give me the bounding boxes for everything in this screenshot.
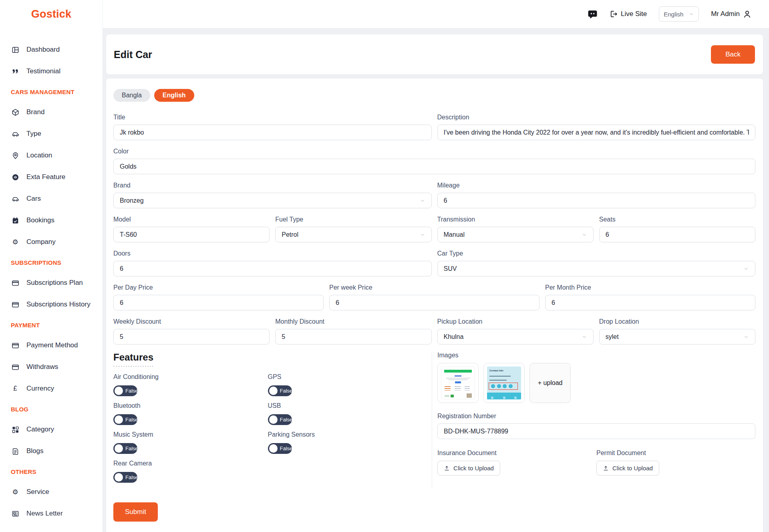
card-icon bbox=[11, 363, 20, 371]
model-input[interactable] bbox=[113, 227, 270, 242]
sidebar-item-label: Subscriptions Plan bbox=[26, 279, 83, 287]
sidebar-item-bookings[interactable]: Bookings bbox=[11, 210, 103, 231]
tab-bangla[interactable]: Bangla bbox=[113, 89, 150, 102]
pickup-location-value: Khulna bbox=[444, 333, 464, 341]
user-icon bbox=[743, 10, 751, 18]
pickup-location-label: Pickup Location bbox=[437, 318, 594, 325]
sidebar-item-label: Brand bbox=[26, 108, 44, 116]
map-pin-icon bbox=[11, 151, 20, 160]
feature-music-system: Music System False bbox=[113, 431, 268, 454]
sidebar-item-company[interactable]: ⚙ Company bbox=[11, 231, 103, 253]
color-input[interactable] bbox=[113, 159, 755, 174]
mileage-input[interactable] bbox=[437, 193, 756, 208]
car-image-thumbnail-2[interactable]: Contact Info bbox=[483, 363, 525, 403]
submit-button[interactable]: Submit bbox=[113, 502, 158, 522]
sidebar-item-label: Exta Feature bbox=[26, 173, 65, 181]
doors-label: Doors bbox=[113, 250, 432, 257]
transmission-select[interactable]: Manual bbox=[437, 227, 594, 242]
sidebar-item-category[interactable]: Category bbox=[11, 419, 103, 440]
features-column: Features Air Conditioning False GPS bbox=[113, 352, 432, 489]
weekly-discount-input[interactable] bbox=[113, 329, 270, 345]
live-site-link[interactable]: Live Site bbox=[610, 10, 647, 18]
brand-value: Bronzeg bbox=[120, 197, 144, 204]
card-icon bbox=[11, 341, 20, 350]
description-input[interactable] bbox=[437, 125, 756, 140]
per-month-price-input[interactable] bbox=[545, 295, 755, 310]
sidebar-item-currency[interactable]: £ Currency bbox=[11, 378, 103, 399]
app-logo[interactable]: Gostick bbox=[0, 0, 103, 20]
car-icon bbox=[11, 194, 20, 203]
sidebar-item-label: Subscriptions History bbox=[26, 300, 91, 308]
sidebar-item-location[interactable]: Location bbox=[11, 145, 103, 166]
permit-upload-button[interactable]: Click to Upload bbox=[596, 461, 659, 476]
mileage-label: Mileage bbox=[437, 182, 756, 189]
registration-number-label: Registration Number bbox=[437, 413, 755, 420]
parking-sensors-toggle[interactable]: False bbox=[268, 443, 292, 454]
sidebar-item-dashboard[interactable]: Dashboard bbox=[11, 39, 103, 60]
insurance-document-label: Insurance Document bbox=[437, 449, 596, 457]
car-type-select[interactable]: SUV bbox=[437, 261, 756, 276]
features-heading: Features bbox=[113, 352, 153, 367]
sidebar-item-subscriptions-history[interactable]: Subscriptions History bbox=[11, 294, 103, 315]
sidebar-item-service[interactable]: ⚙ Service bbox=[11, 481, 103, 503]
tab-english[interactable]: English bbox=[154, 89, 194, 102]
music-system-toggle[interactable]: False bbox=[113, 443, 137, 454]
language-select[interactable]: English bbox=[659, 6, 699, 22]
fuel-type-select[interactable]: Petrol bbox=[275, 227, 431, 242]
insurance-upload-button[interactable]: Click to Upload bbox=[437, 461, 500, 476]
model-label: Model bbox=[113, 216, 270, 223]
sidebar-item-blogs[interactable]: Blogs bbox=[11, 440, 103, 462]
car-type-label: Car Type bbox=[437, 250, 756, 257]
sidebar-item-type[interactable]: Type bbox=[11, 123, 103, 145]
add-image-upload-tile[interactable]: + upload bbox=[529, 363, 571, 403]
permit-document-section: Permit Document Click to Upload bbox=[596, 449, 755, 476]
title-input[interactable] bbox=[113, 125, 432, 140]
images-label: Images bbox=[437, 352, 755, 359]
bluetooth-toggle[interactable]: False bbox=[113, 414, 137, 425]
monthly-discount-input[interactable] bbox=[275, 329, 431, 345]
air-conditioning-toggle[interactable]: False bbox=[113, 385, 137, 396]
brand-label: Brand bbox=[113, 182, 432, 189]
sidebar-item-subscriptions-plan[interactable]: Subscriptions Plan bbox=[11, 272, 103, 294]
sidebar-item-news-letter[interactable]: News Letter bbox=[11, 503, 103, 524]
language-tabs: Bangla English bbox=[113, 89, 755, 102]
sidebar-item-cars[interactable]: Cars bbox=[11, 188, 103, 210]
toggle-knob bbox=[269, 444, 278, 453]
toggle-knob bbox=[269, 387, 278, 395]
doors-input[interactable] bbox=[113, 261, 432, 276]
sidebar-item-payment-method[interactable]: Payment Method bbox=[11, 335, 103, 356]
chevron-down-icon bbox=[743, 334, 749, 340]
sidebar-item-exta-feature[interactable]: Exta Feature bbox=[11, 166, 103, 188]
drop-location-select[interactable]: sylet bbox=[599, 329, 755, 345]
usb-toggle[interactable]: False bbox=[268, 414, 292, 425]
sidebar-item-brand[interactable]: Brand bbox=[11, 101, 103, 123]
document-icon bbox=[11, 447, 20, 455]
sidebar: Gostick Dashboard Testimonial CARS MANAG… bbox=[0, 0, 103, 532]
rear-camera-toggle[interactable]: False bbox=[113, 472, 137, 483]
transmission-value: Manual bbox=[444, 231, 465, 238]
brand-select[interactable]: Bronzeg bbox=[113, 193, 432, 208]
seats-input[interactable] bbox=[599, 227, 755, 242]
pickup-location-select[interactable]: Khulna bbox=[437, 329, 594, 345]
sidebar-item-label: Blogs bbox=[26, 447, 44, 455]
gps-toggle[interactable]: False bbox=[268, 385, 292, 396]
car-image-thumbnail-1[interactable] bbox=[437, 363, 479, 403]
user-menu[interactable]: Mr Admin bbox=[711, 10, 751, 18]
newsletter-icon bbox=[11, 509, 20, 518]
per-week-price-field: Per week Price bbox=[329, 284, 540, 310]
cube-icon bbox=[11, 108, 20, 117]
registration-number-input[interactable] bbox=[437, 423, 755, 439]
drop-location-field: Drop Location sylet bbox=[599, 318, 755, 345]
sidebar-item-withdraws[interactable]: Withdraws bbox=[11, 356, 103, 378]
bottom-section: Features Air Conditioning False GPS bbox=[113, 352, 755, 489]
per-week-price-input[interactable] bbox=[329, 295, 540, 310]
per-day-price-input[interactable] bbox=[113, 295, 324, 310]
back-button[interactable]: Back bbox=[711, 45, 755, 64]
chat-button[interactable] bbox=[588, 9, 598, 19]
permit-document-label: Permit Document bbox=[596, 449, 755, 457]
sidebar-item-contacts[interactable]: Contacts bbox=[11, 524, 103, 532]
per-day-price-label: Per Day Price bbox=[113, 284, 324, 291]
grid-icon bbox=[11, 425, 20, 434]
sidebar-item-testimonial[interactable]: Testimonial bbox=[11, 60, 103, 82]
car-form: Title Description Color Brand Bronzeg Mi… bbox=[113, 114, 755, 345]
